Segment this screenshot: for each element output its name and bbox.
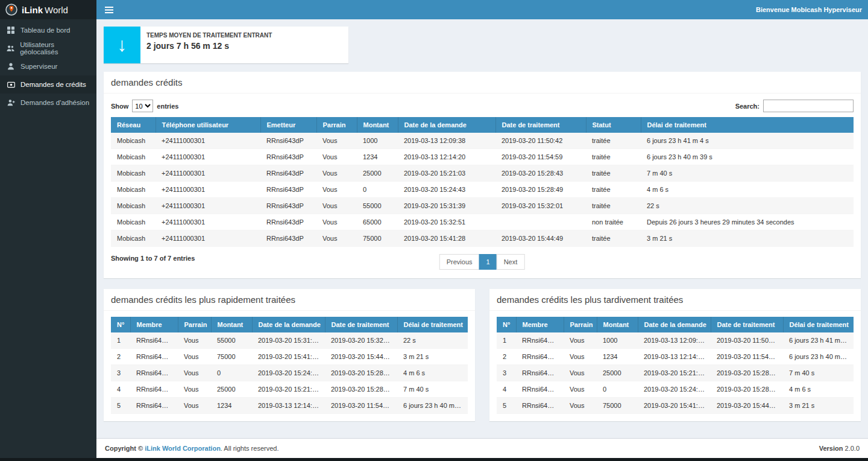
table-cell: 0 [597,381,638,398]
table-cell: RRnsi643dP [516,398,564,414]
table-cell: +24111000301 [156,149,260,165]
table-cell: 65000 [357,214,398,230]
column-header-parrain: Parrain [564,317,597,332]
table-cell: RRnsi643dP [260,198,316,214]
pagination: Previous 1 Next [440,254,525,270]
entries-summary: Showing 1 to 7 of 7 entries [111,253,195,262]
table-cell: 3 m 21 s [641,230,854,247]
table-cell: 6 jours 23 h 40 m 39 s [397,398,468,414]
table-cell: 2019-03-13 12:09:38 [638,332,711,349]
fastest-credits-panel: demandes crédits les plus rapidement tra… [104,289,475,421]
company-link[interactable]: iLink World Corporation [145,445,221,452]
table-cell: traitée [586,230,641,247]
table-cell: Vous [178,398,211,414]
table-row: Mobicash+24111000301RRnsi643dPVous750002… [111,230,854,247]
sidebar: iLinkWorld Tableau de bord Utilisateurs … [0,0,96,458]
table-cell: RRnsi643dP [516,381,564,398]
column-header-montant: Montant [597,317,638,332]
fastest-credits-table: N° Membre Parrain Montant Date de la dem… [111,317,468,414]
column-header-reseau[interactable]: Réseau [111,117,156,133]
version-value: 2.0.0 [845,445,860,452]
search-input[interactable] [763,100,854,112]
table-cell: traitée [586,182,641,198]
table-row: 5RRnsi643dPVous750002019-03-20 15:41:282… [497,398,854,414]
table-cell: 2019-03-20 15:44:49 [495,230,586,247]
table-cell: 4 [111,381,130,398]
column-header-montant[interactable]: Montant [357,117,398,133]
slowest-panel-title: demandes crédits les plus tardivement tr… [489,289,861,311]
sidebar-nav: Tableau de bord Utilisateurs géolocalisé… [0,19,96,112]
table-cell: 2019-03-20 15:28:49 [495,182,586,198]
table-cell: 5 [111,398,130,414]
table-cell: 2019-03-20 11:50:42 [711,332,783,349]
credits-table-body: Mobicash+24111000301RRnsi643dPVous100020… [111,133,854,247]
table-cell: 2019-03-20 15:28:43 [495,165,586,182]
table-cell [495,214,586,230]
table-cell: RRnsi643dP [130,398,178,414]
table-row: 3RRnsi643dPVous02019-03-20 15:24:432019-… [111,365,468,381]
column-header-date-demande[interactable]: Date de la demande [398,117,495,133]
table-cell: RRnsi643dP [260,133,316,149]
table-cell: 2019-03-20 15:31:39 [398,198,495,214]
table-cell: Mobicash [111,230,156,247]
column-header-date-demande: Date de la demande [638,317,711,332]
down-arrow-icon: ↓ [104,27,140,63]
pagination-next-button[interactable]: Next [497,254,525,270]
infobox-label: TEMPS MOYEN DE TRAITEMENT ENTRANT [146,32,272,39]
sidebar-item-demandes-adhesion[interactable]: Demandes d'adhésion [0,94,96,112]
column-header-delai[interactable]: Délai de traitement [641,117,854,133]
dashboard-icon [7,27,15,34]
table-cell: 6 jours 23 h 40 m 39 s [641,149,854,165]
table-row: Mobicash+24111000301RRnsi643dPVous02019-… [111,182,854,198]
table-cell: 6 jours 23 h 40 m 39 s [783,349,854,365]
table-cell: 3 m 21 s [397,349,468,365]
table-row: Mobicash+24111000301RRnsi643dPVous123420… [111,149,854,165]
credits-table: Réseau Téléphone utilisateur Emetteur Pa… [111,117,854,247]
credit-requests-icon [7,81,15,88]
table-cell: RRnsi643dP [260,214,316,230]
table-cell: Vous [564,365,597,381]
sidebar-item-superviseur[interactable]: Superviseur [0,57,96,75]
column-header-delai: Délai de traitement [783,317,854,332]
search-control: Search: [735,100,854,112]
table-cell: RRnsi643dP [130,381,178,398]
table-cell: 1 [497,332,516,349]
main-area: Bienvenue Mobicash Hyperviseur ↓ TEMPS M… [96,0,868,458]
slowest-credits-table: N° Membre Parrain Montant Date de la dem… [497,317,854,414]
table-cell: 2019-03-13 12:14:20 [398,149,495,165]
column-header-parrain[interactable]: Parrain [316,117,357,133]
table-header-row: N° Membre Parrain Montant Date de la dem… [497,317,854,332]
column-header-date-traitement[interactable]: Date de traitement [495,117,586,133]
table-cell: 1234 [211,398,252,414]
copyright-label: Copyright © [105,445,143,452]
page-length-select[interactable]: 10 [132,100,153,112]
column-header-telephone[interactable]: Téléphone utilisateur [156,117,260,133]
sidebar-item-demandes-de-credits[interactable]: Demandes de crédits [0,75,96,94]
table-cell: +24111000301 [156,165,260,182]
table-cell: 2019-03-20 11:54:59 [325,398,397,414]
welcome-message: Bienvenue Mobicash Hyperviseur [756,6,868,13]
hamburger-menu-icon[interactable] [96,0,122,19]
pagination-previous-button[interactable]: Previous [439,254,480,270]
table-cell: 2019-03-20 15:28:43 [325,381,397,398]
sidebar-item-utilisateurs-geolocalises[interactable]: Utilisateurs géolocalisés [0,39,96,57]
table-cell: Vous [316,182,357,198]
table-cell: Vous [178,332,211,349]
table-cell: 1 [111,332,130,349]
table-row: 1RRnsi643dPVous10002019-03-13 12:09:3820… [497,332,854,349]
brand[interactable]: iLinkWorld [0,0,96,19]
table-cell: 7 m 40 s [641,165,854,182]
avg-processing-time-infobox: ↓ TEMPS MOYEN DE TRAITEMENT ENTRANT 2 jo… [104,27,348,63]
sidebar-item-tableau-de-bord[interactable]: Tableau de bord [0,21,96,39]
credits-panel-title: demandes crédits [104,72,861,94]
page-footer: Copyright © iLink World Corporation. All… [96,438,868,458]
column-header-emetteur[interactable]: Emetteur [260,117,316,133]
table-cell: 55000 [357,198,398,214]
brand-name-regular: World [45,5,68,15]
pagination-page-1-button[interactable]: 1 [479,254,497,270]
column-header-membre: Membre [516,317,564,332]
table-cell: 2019-03-13 12:09:38 [398,133,495,149]
top-navbar: Bienvenue Mobicash Hyperviseur [96,0,868,19]
column-header-statut[interactable]: Statut [586,117,641,133]
table-cell: 2019-03-20 15:41:28 [398,230,495,247]
